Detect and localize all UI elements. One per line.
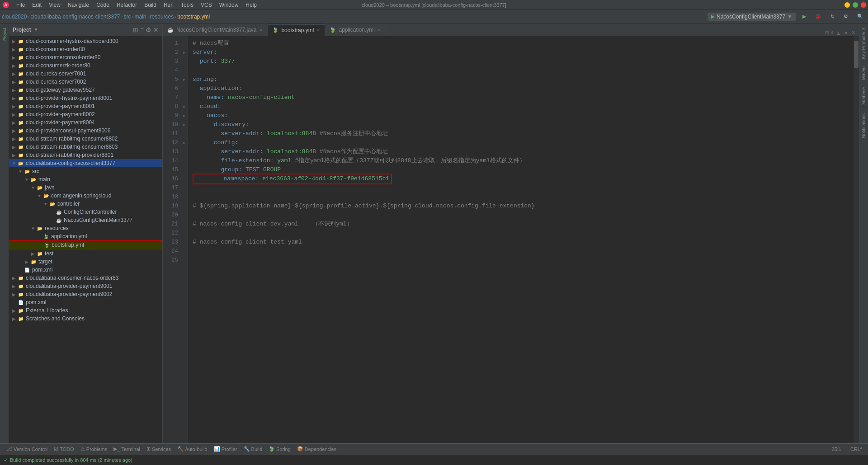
menu-file[interactable]: File [13,1,28,9]
tree-item[interactable]: ▶📁Scratches and Consoles [9,315,162,323]
gutter-line [181,229,188,238]
status-auto-build[interactable]: 🔨 Auto-build [175,444,210,455]
breadcrumb-module[interactable]: cloudalibaba-config-nacos-client3377 [30,14,120,20]
tree-item[interactable]: ▶📁cloud-consumerzk-order80 [9,61,162,70]
tab-close-application[interactable]: ✕ [377,28,381,33]
tree-item[interactable]: ▶📁External Libraries [9,306,162,315]
menu-view[interactable]: View [45,1,64,9]
menu-tools[interactable]: Tools [177,1,197,9]
tree-item[interactable]: 📄pom.xml [9,266,162,274]
tree-item[interactable]: ▶📁cloud-stream-rabbitmq-consumer8802 [9,135,162,143]
tree-item[interactable]: ▶📁cloud-gateway-gateway9527 [9,86,162,94]
tree-item[interactable]: ▼📂resources [9,224,162,232]
search-everywhere-button[interactable]: 🔍 [854,13,866,20]
minimize-button[interactable] [844,2,850,8]
code-line: group: TEST_GROUP [193,165,849,174]
status-build[interactable]: 🔧 Build [241,444,265,455]
run-config-selector[interactable]: ▶ NacosConfigClientMain3377 ▼ [708,13,796,21]
tree-item[interactable]: ▶📁cloudalibaba-provider-payment9002 [9,290,162,298]
menu-build[interactable]: Build [141,1,160,9]
menu-navigate[interactable]: Navigate [64,1,93,9]
tab-bootstrap[interactable]: 🍃 bootstrap.yml ✕ [268,24,325,36]
gutter-line [181,238,188,247]
menu-code[interactable]: Code [93,1,113,9]
tree-item[interactable]: ▶📁cloud-provider-payment8001 [9,102,162,110]
tree-item[interactable]: ▶📁cloud-stream-rabbitmq-provider8801 [9,151,162,159]
tree-item[interactable]: 🍃application.yml [9,232,162,240]
breadcrumb-project[interactable]: cloud2020 [2,14,27,20]
project-settings-icon[interactable]: ⚙ [146,26,151,33]
project-collapse-icon[interactable]: ≡ [140,26,144,33]
menu-edit[interactable]: Edit [28,1,45,9]
scrollbar-thumb[interactable] [854,41,859,68]
tree-item[interactable]: ▼📂controller [9,200,162,208]
tree-item[interactable]: ▶📁cloud-consumer-hystrix-dashboard300 [9,37,162,45]
debug-button[interactable]: 🐞 [812,13,824,20]
maximize-button[interactable] [853,2,858,8]
project-icon[interactable]: Project [1,25,8,43]
code-content[interactable]: # nacos配置server: port: 3377spring: appli… [188,36,854,443]
tree-item[interactable]: ▶📁cloud-providerconsul-payment8006 [9,127,162,135]
tree-item[interactable]: ▶📁test [9,249,162,258]
run-button[interactable]: ▶ [800,13,809,20]
status-problems[interactable]: ⚠ Problems [78,444,110,455]
tree-item[interactable]: ▶📁cloud-provider-payment8004 [9,118,162,127]
tree-item[interactable]: ▶📁cloud-consumer-order80 [9,45,162,53]
cursor-position[interactable]: 25:1 [829,444,844,455]
refresh-button[interactable]: ↻ [828,13,837,20]
code-line [193,247,849,256]
editor-gutter: ▶▶▶▶▶▶ [181,36,188,443]
tab-close-bootstrap[interactable]: ✕ [316,28,320,33]
tree-item[interactable]: ▶📁cloud-provider-payment8002 [9,110,162,118]
tree-item[interactable]: ▶📁cloudalibaba-provider-payment9001 [9,282,162,290]
tree-item[interactable]: ▼📂java [9,183,162,192]
menu-help[interactable]: Help [242,1,260,9]
menu-refactor[interactable]: Refactor [113,1,141,9]
tree-item[interactable]: ▶📁cloud-eureka-server7002 [9,78,162,86]
tree-item[interactable]: ▶📁cloudalibaba-consumer-nacos-order83 [9,274,162,282]
right-panel-maven[interactable]: Maven [859,63,868,84]
status-services[interactable]: ⊞ Services [144,444,174,455]
project-scope-icon[interactable]: ⊞ [133,26,138,33]
right-panel-database[interactable]: Database [859,84,868,110]
tab-close-nacos-main[interactable]: ✕ [259,28,263,33]
tree-item[interactable]: ▶📁cloud-eureka-server7001 [9,70,162,78]
status-spring[interactable]: 🍃 Spring [266,444,293,455]
status-terminal[interactable]: ▶_ Terminal [111,444,143,455]
breadcrumb-main[interactable]: main [135,14,146,20]
status-todo[interactable]: ☑ TODO [51,444,77,455]
auto-build-icon: 🔨 [177,446,184,452]
code-line [193,229,849,238]
code-line: server-addr: localhost:8848 #Nacos作为配置中心… [193,147,849,156]
breadcrumb-resources[interactable]: resources [150,14,174,20]
status-version-control[interactable]: ⎇ Version Control [4,444,50,455]
tree-item[interactable]: ▶📁cloud-provider-hystrix-payment8001 [9,94,162,102]
tree-item[interactable]: ☕ConfigClientController [9,208,162,216]
tree-item[interactable]: ▶📁cloud-consumerconsul-order80 [9,53,162,61]
breadcrumb-src[interactable]: src [124,14,131,20]
encoding[interactable]: CRLf [848,444,864,455]
tree-item[interactable]: ▼📂com.angenin.springcloud [9,192,162,200]
menu-run[interactable]: Run [160,1,177,9]
project-close-icon[interactable]: ✕ [153,26,159,33]
right-panel-key-promoter[interactable]: Key Promoter X [859,23,868,63]
tab-nacos-main[interactable]: ☕ NacosConfigClientMain3377.java ✕ [163,24,268,36]
status-dependencies[interactable]: 📦 Dependencies [294,444,339,455]
breadcrumb-file[interactable]: bootstrap.yml [177,14,210,20]
close-button[interactable] [861,2,866,8]
tree-item[interactable]: ▶📁cloud-stream-rabbitmq-consumer8803 [9,143,162,151]
app-logo [2,1,10,9]
tree-item[interactable]: ▼📂main [9,175,162,183]
tree-item[interactable]: ▶📁target [9,258,162,266]
status-profiler[interactable]: 📊 Profiler [211,444,240,455]
right-panel-notifications[interactable]: Notifications [859,110,868,141]
tree-item[interactable]: ☕NacosConfigClientMain3377 [9,216,162,224]
tab-application[interactable]: 🍃 application.yml ✕ [325,24,386,36]
tree-item[interactable]: ▼📂src [9,167,162,175]
tree-item[interactable]: ▼📂cloudalibaba-config-nacos-client3377 [9,159,162,167]
tree-item[interactable]: 🍃bootstrap.yml [9,240,162,249]
menu-vcs[interactable]: VCS [197,1,216,9]
tree-item[interactable]: 📄pom.xml [9,298,162,306]
menu-window[interactable]: Window [216,1,242,9]
settings-button[interactable]: ⚙ [841,13,851,20]
